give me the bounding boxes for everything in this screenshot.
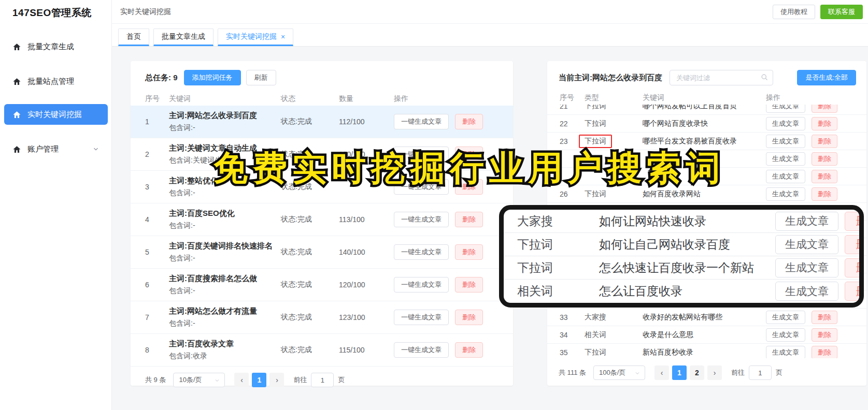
table-row[interactable]: 7 主词:网站怎么做才有流量包含词:- 状态:完成 123/100 一键生成文章… — [131, 301, 513, 334]
generate-article-button[interactable]: 一键生成文章 — [394, 179, 449, 195]
sidebar-item-batch-article[interactable]: 批量文章生成 — [4, 36, 108, 57]
generate-article-button[interactable]: 一键生成文章 — [394, 277, 449, 292]
table-row[interactable]: 3 主词:整站优化包含词:- 状态:完成 一键生成文章删除 — [131, 171, 513, 203]
generate-filter-button[interactable]: 是否生成:全部 — [797, 70, 856, 85]
search-icon — [761, 74, 769, 83]
prev-page-button[interactable]: ‹ — [654, 365, 669, 380]
col-type: 类型 — [585, 93, 643, 102]
generate-article-button[interactable]: 一键生成文章 — [394, 212, 449, 227]
generate-article-button[interactable]: 一键生成文章 — [394, 342, 449, 358]
close-icon[interactable]: × — [281, 33, 285, 40]
goto-label: 前往 — [293, 375, 307, 385]
page-button-1[interactable]: 1 — [252, 373, 266, 387]
refresh-button[interactable]: 刷新 — [246, 70, 276, 85]
generate-article-button[interactable]: 生成文章 — [766, 105, 805, 113]
row-status: 状态:完成 — [281, 117, 339, 126]
delete-button[interactable]: 删除 — [812, 117, 837, 130]
table-row[interactable]: 6 主词:百度搜索排名怎么做包含词:- 状态:完成 120/100 一键生成文章… — [131, 269, 513, 301]
delete-button[interactable]: 删除 — [455, 277, 483, 292]
tab-label: 批量文章生成 — [162, 32, 205, 41]
col-count: 数量 — [339, 94, 394, 104]
generate-article-button[interactable]: 一键生成文章 — [394, 147, 449, 162]
delete-button[interactable]: 删除 — [455, 147, 483, 162]
sidebar-item-label: 批量站点管理 — [27, 77, 74, 86]
row-count: 112/100 — [339, 118, 394, 126]
col-index: 序号 — [560, 93, 585, 102]
row-index: 6 — [145, 281, 169, 289]
keyword-filter-input[interactable] — [670, 70, 773, 85]
prev-page-button[interactable]: ‹ — [234, 373, 249, 387]
inset-row-keyword: 如何让网站快速收录 — [599, 213, 775, 229]
delete-button[interactable]: 删除 — [812, 187, 837, 201]
table-row[interactable]: 8 主词:百度收录文章包含词:收录 状态:完成 115/100 一键生成文章删除 — [131, 334, 513, 367]
delete-button[interactable]: 删除 — [455, 310, 483, 325]
tab-home[interactable]: 首页 — [118, 28, 149, 46]
row-index: 21 — [560, 105, 585, 110]
generate-article-button[interactable]: 生成文章 — [766, 187, 805, 201]
generate-article-button[interactable]: 生成文章 — [766, 311, 805, 324]
delete-button[interactable]: 删除 — [455, 342, 483, 358]
next-page-button[interactable]: › — [707, 365, 722, 380]
generate-article-button-depiction: 生成文章 — [775, 235, 838, 254]
table-row[interactable]: 1 主词:网站怎么收录到百度包含词:- 状态:完成 112/100 一键生成文章… — [131, 106, 513, 138]
row-status: 状态:完成 — [281, 150, 339, 159]
row-status: 状态:完成 — [281, 247, 339, 257]
page-size-select[interactable]: 100条/页 — [593, 365, 645, 380]
current-main-word: 当前主词:网站怎么收录到百度 — [559, 73, 662, 83]
sidebar-item-batch-site[interactable]: 批量站点管理 — [4, 71, 108, 92]
sidebar-item-keyword-mining[interactable]: 实时关键词挖掘 — [4, 104, 108, 125]
contact-support-button[interactable]: 联系客服 — [820, 5, 863, 19]
tutorial-button[interactable]: 使用教程 — [773, 5, 815, 19]
delete-button[interactable]: 删除 — [455, 244, 483, 260]
inset-row-keyword: 怎么让百度收录 — [599, 283, 775, 299]
tab-batch-article[interactable]: 批量文章生成 — [153, 28, 214, 46]
generate-article-button[interactable]: 生成文章 — [766, 328, 805, 342]
generate-article-button[interactable]: 生成文章 — [766, 346, 805, 359]
col-keyword: 关键词 — [169, 94, 281, 104]
goto-page-input[interactable] — [311, 373, 334, 387]
page-size-select[interactable]: 10条/页 — [173, 373, 225, 387]
table-row[interactable]: 5 主词:百度关键词排名快速排名包含词:- 状态:完成 140/100 一键生成… — [131, 236, 513, 269]
table-row[interactable]: 2 主词:关键词文章自动生成包含词:关键词生成 状态:完成 100/100 一键… — [131, 138, 513, 171]
delete-button[interactable]: 删除 — [812, 346, 837, 359]
generate-article-button[interactable]: 一键生成文章 — [394, 114, 449, 129]
delete-button[interactable]: 删除 — [455, 212, 483, 227]
generate-article-button[interactable]: 生成文章 — [766, 170, 805, 183]
generate-article-button[interactable]: 生成文章 — [766, 135, 805, 148]
generate-article-button[interactable]: 生成文章 — [766, 152, 805, 166]
sidebar-item-account[interactable]: 账户管理 — [4, 139, 108, 159]
page-button-1[interactable]: 1 — [672, 365, 687, 380]
row-keyword: 哪个网站发帖可以上百度首页 — [643, 105, 766, 111]
row-index: 5 — [145, 248, 169, 256]
col-keyword: 关键词 — [643, 93, 766, 102]
page-unit-label: 页 — [776, 368, 782, 377]
magnifier-inset-callout: 大家搜 如何让网站快速收录 生成文章 删除 下拉词 如何让自己网站收录百度 生成… — [499, 205, 864, 307]
home-icon — [12, 77, 21, 86]
table-row: 21 下拉词 哪个网站发帖可以上百度首页 生成文章删除 — [547, 105, 866, 115]
goto-page-input[interactable] — [749, 365, 772, 380]
delete-button[interactable]: 删除 — [812, 152, 837, 166]
pager: ‹ 1 2 › — [654, 365, 722, 380]
table-row[interactable]: 4 主词:百度SEO优化包含词:- 状态:完成 113/100 一键生成文章删除 — [131, 203, 513, 236]
generate-article-button-depiction: 生成文章 — [775, 258, 838, 277]
delete-button[interactable]: 删除 — [812, 135, 837, 148]
add-mining-task-button[interactable]: 添加挖词任务 — [184, 70, 241, 85]
generate-article-button[interactable]: 一键生成文章 — [394, 244, 449, 260]
generate-article-button[interactable]: 生成文章 — [766, 117, 805, 130]
tab-keyword-mining[interactable]: 实时关键词挖掘 × — [218, 28, 293, 46]
generate-article-button[interactable]: 一键生成文章 — [394, 310, 449, 325]
delete-button[interactable]: 删除 — [812, 105, 837, 113]
row-index: 7 — [145, 313, 169, 321]
delete-button[interactable]: 删除 — [455, 179, 483, 195]
delete-button[interactable]: 删除 — [455, 114, 483, 129]
page-button-2[interactable]: 2 — [690, 365, 704, 380]
delete-button[interactable]: 删除 — [812, 170, 837, 183]
delete-button[interactable]: 删除 — [812, 311, 837, 324]
row-main-word: 主词:网站怎么做才有流量 — [169, 305, 281, 317]
row-type: 下拉词 — [585, 189, 643, 199]
inset-row-keyword: 怎么快速让百度收录一个新站 — [599, 260, 775, 276]
table-row: 35 下拉词 新站百度秒收录 生成文章删除 — [547, 344, 866, 358]
row-include-word: 包含词:- — [169, 252, 281, 264]
next-page-button[interactable]: › — [269, 373, 284, 387]
delete-button[interactable]: 删除 — [812, 328, 837, 342]
